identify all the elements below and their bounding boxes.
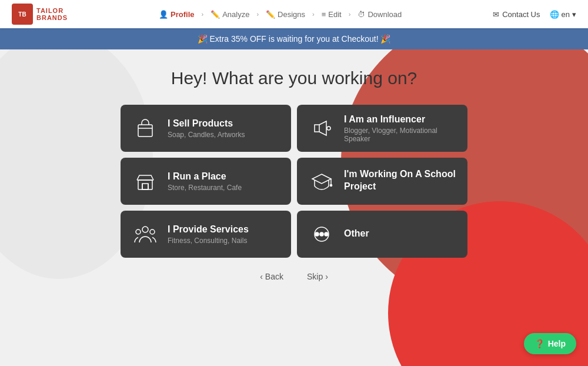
- card-sell-products-title: I Sell Products: [168, 118, 245, 130]
- navbar: TB TAILOR BRANDS 👤 Profile › ✏️ Analyze …: [0, 0, 588, 28]
- edit-icon: ≡: [322, 10, 326, 19]
- svg-marker-7: [312, 174, 331, 184]
- arrow-4: ›: [349, 11, 351, 18]
- card-school-project-text: I'm Working On A School Project: [344, 168, 456, 194]
- back-label: Back: [265, 272, 283, 281]
- nav-step-designs[interactable]: ✏️ Designs: [261, 8, 310, 21]
- arrow-3: ›: [312, 11, 315, 18]
- cards-grid: I Sell Products Soap, Candles, Artworks …: [121, 105, 467, 258]
- card-other-title: Other: [344, 228, 369, 240]
- svg-point-9: [330, 185, 332, 187]
- nav-actions: ‹ Back Skip ›: [260, 272, 328, 281]
- svg-point-11: [136, 229, 141, 234]
- card-sell-products-text: I Sell Products Soap, Candles, Artworks: [168, 118, 245, 139]
- svg-point-14: [320, 232, 323, 236]
- card-run-place[interactable]: I Run a Place Store, Restaurant, Cafe: [121, 158, 291, 205]
- page-title: Hey! What are you working on?: [171, 68, 417, 88]
- content-area: Hey! What are you working on? I Sell Pro…: [0, 49, 588, 281]
- navbar-right: ✉ Contact Us 🌐 en ▾: [493, 10, 576, 19]
- edit-label: Edit: [328, 10, 341, 19]
- card-provide-services-title: I Provide Services: [168, 224, 249, 236]
- designs-icon: ✏️: [266, 10, 275, 19]
- dots-icon: [309, 221, 335, 247]
- contact-label: Contact Us: [502, 10, 540, 19]
- card-provide-services[interactable]: I Provide Services Fitness, Consulting, …: [121, 211, 291, 258]
- megaphone-icon: [309, 115, 335, 141]
- designs-label: Designs: [278, 10, 305, 19]
- nav-step-analyze[interactable]: ✏️ Analyze: [206, 8, 254, 21]
- language-selector[interactable]: 🌐 en ▾: [550, 10, 576, 19]
- card-school-project-title: I'm Working On A School Project: [344, 168, 456, 193]
- card-other[interactable]: Other: [297, 211, 467, 258]
- svg-point-15: [325, 232, 328, 236]
- mail-icon: ✉: [493, 10, 499, 19]
- card-influencer-subtitle: Blogger, Vlogger, Motivational Speaker: [344, 127, 456, 143]
- main-content: Hey! What are you working on? I Sell Pro…: [0, 49, 588, 366]
- profile-label: Profile: [171, 10, 194, 19]
- svg-point-10: [142, 227, 148, 232]
- card-school-project[interactable]: I'm Working On A School Project: [297, 158, 467, 205]
- card-run-place-title: I Run a Place: [168, 171, 242, 183]
- card-influencer[interactable]: I Am an Influencer Blogger, Vlogger, Mot…: [297, 105, 467, 152]
- card-run-place-subtitle: Store, Restaurant, Cafe: [168, 184, 242, 192]
- logo-text-brands: BRANDS: [36, 14, 68, 21]
- help-circle-icon: ❓: [534, 339, 544, 348]
- svg-rect-5: [138, 180, 152, 189]
- download-icon: ⏱: [358, 10, 365, 19]
- logo[interactable]: TB TAILOR BRANDS: [12, 4, 68, 25]
- skip-label: Skip: [307, 272, 323, 281]
- svg-rect-6: [142, 184, 148, 189]
- storefront-icon: [132, 168, 158, 194]
- promo-banner: 🎉 Extra 35% OFF is waiting for you at Ch…: [0, 28, 588, 49]
- lang-label: en: [562, 10, 570, 19]
- card-run-place-text: I Run a Place Store, Restaurant, Cafe: [168, 171, 242, 192]
- svg-marker-3: [315, 121, 326, 135]
- svg-point-12: [150, 229, 155, 234]
- bag-icon: [132, 115, 158, 141]
- card-other-text: Other: [344, 228, 369, 241]
- svg-text:TB: TB: [18, 11, 26, 18]
- chevron-left-icon: ‹: [260, 272, 263, 281]
- card-influencer-text: I Am an Influencer Blogger, Vlogger, Mot…: [344, 114, 456, 144]
- chevron-right-icon: ›: [325, 272, 328, 281]
- download-label: Download: [368, 10, 402, 19]
- analyze-label: Analyze: [222, 10, 249, 19]
- back-button[interactable]: ‹ Back: [260, 272, 283, 281]
- svg-point-13: [315, 232, 319, 236]
- contact-us-button[interactable]: ✉ Contact Us: [493, 10, 540, 19]
- banner-text: 🎉 Extra 35% OFF is waiting for you at Ch…: [198, 34, 391, 44]
- people-icon: [132, 221, 158, 247]
- profile-icon: 👤: [159, 10, 168, 19]
- graduation-icon: [309, 168, 335, 194]
- nav-step-edit[interactable]: ≡ Edit: [317, 8, 346, 21]
- svg-rect-2: [138, 125, 152, 137]
- card-provide-services-subtitle: Fitness, Consulting, Nails: [168, 237, 249, 245]
- card-provide-services-text: I Provide Services Fitness, Consulting, …: [168, 224, 249, 245]
- globe-icon: 🌐: [550, 10, 559, 19]
- nav-steps: 👤 Profile › ✏️ Analyze › ✏️ Designs › ≡ …: [154, 8, 406, 21]
- svg-point-4: [327, 127, 330, 130]
- chevron-down-icon: ▾: [572, 10, 576, 19]
- card-sell-products[interactable]: I Sell Products Soap, Candles, Artworks: [121, 105, 291, 152]
- help-label: Help: [548, 339, 566, 348]
- analyze-icon: ✏️: [211, 10, 220, 19]
- skip-button[interactable]: Skip ›: [307, 272, 328, 281]
- logo-text-tailor: TAILOR: [36, 7, 68, 14]
- card-sell-products-subtitle: Soap, Candles, Artworks: [168, 131, 245, 139]
- arrow-1: ›: [202, 11, 204, 18]
- nav-step-download[interactable]: ⏱ Download: [353, 8, 406, 21]
- nav-step-profile[interactable]: 👤 Profile: [154, 8, 199, 21]
- help-button[interactable]: ❓ Help: [524, 333, 576, 354]
- arrow-2: ›: [256, 11, 259, 18]
- card-influencer-title: I Am an Influencer: [344, 114, 456, 126]
